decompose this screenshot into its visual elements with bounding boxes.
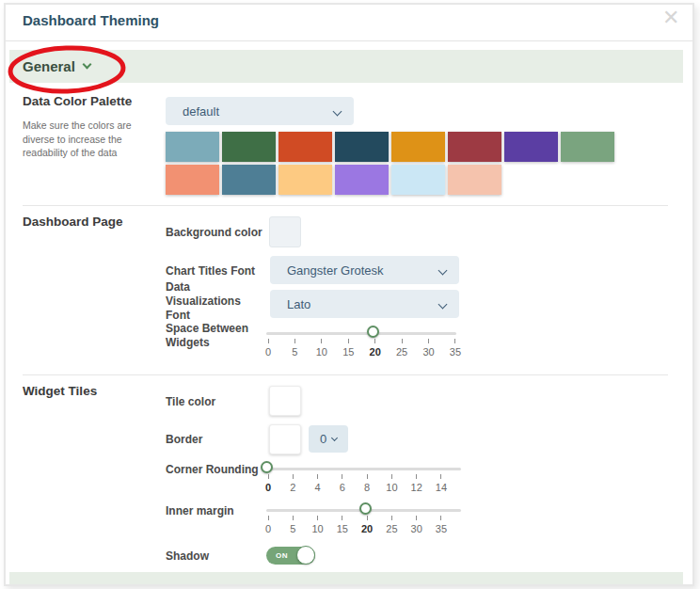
chart-titles-font-label: Chart Titles Font bbox=[166, 264, 265, 279]
inner-margin-label: Inner margin bbox=[166, 504, 265, 518]
data-viz-font-value: Lato bbox=[287, 297, 439, 311]
corner-rounding-label: Corner Rounding bbox=[166, 463, 265, 477]
palette-row-2 bbox=[166, 165, 501, 195]
palette-swatch[interactable] bbox=[391, 165, 445, 195]
toggle-knob-icon bbox=[296, 546, 315, 565]
slider-ticks: 05101520253035 bbox=[268, 339, 455, 358]
palette-description: Make sure the colors are diverse to incr… bbox=[23, 119, 152, 160]
palette-swatch[interactable] bbox=[448, 165, 501, 195]
palette-swatch[interactable] bbox=[278, 132, 332, 162]
corner-rounding-slider: 02468101214 bbox=[266, 462, 461, 494]
background-color-label: Background color bbox=[166, 226, 265, 240]
data-viz-font-dropdown[interactable]: Lato bbox=[270, 290, 459, 318]
header-divider bbox=[6, 40, 692, 41]
background-color-chip[interactable] bbox=[269, 216, 301, 247]
chevron-down-icon bbox=[333, 106, 342, 116]
close-icon[interactable]: ✕ bbox=[662, 8, 679, 28]
palette-swatch[interactable] bbox=[166, 165, 219, 195]
slider-track[interactable] bbox=[266, 468, 461, 470]
next-section-band[interactable] bbox=[9, 572, 683, 584]
shadow-toggle[interactable]: ON bbox=[266, 547, 315, 565]
tile-color-chip[interactable] bbox=[269, 386, 301, 416]
dashboard-theming-dialog: Dashboard Theming ✕ General Data Color P… bbox=[0, 0, 700, 589]
palette-swatch[interactable] bbox=[222, 132, 276, 162]
chevron-down-icon bbox=[331, 435, 338, 441]
palette-swatch[interactable] bbox=[504, 132, 558, 162]
slider-knob[interactable] bbox=[367, 326, 379, 338]
palette-swatch[interactable] bbox=[222, 165, 276, 195]
slider-ticks: 02468101214 bbox=[268, 474, 441, 493]
slider-knob[interactable] bbox=[261, 461, 273, 473]
slider-knob[interactable] bbox=[359, 502, 372, 515]
widget-tiles-section-label: Widget Tiles bbox=[23, 384, 97, 398]
border-width-value: 0 bbox=[320, 432, 326, 446]
divider bbox=[23, 374, 668, 375]
dialog-title: Dashboard Theming bbox=[23, 12, 159, 28]
palette-swatch[interactable] bbox=[561, 132, 614, 162]
chevron-down-icon bbox=[438, 299, 448, 309]
chevron-down-icon bbox=[82, 60, 91, 70]
inner-margin-slider: 05101520253035 bbox=[266, 503, 461, 535]
palette-swatch[interactable] bbox=[335, 165, 389, 195]
palette-swatch[interactable] bbox=[391, 132, 445, 162]
palette-swatch[interactable] bbox=[448, 132, 501, 162]
border-width-dropdown[interactable]: 0 bbox=[309, 425, 348, 453]
data-viz-font-label: Data Visualizations Font bbox=[166, 280, 265, 323]
slider-track[interactable] bbox=[266, 332, 456, 335]
section-general-label: General bbox=[23, 58, 75, 74]
dashboard-page-section-label: Dashboard Page bbox=[23, 215, 123, 229]
chart-titles-font-dropdown[interactable]: Gangster Grotesk bbox=[270, 256, 459, 284]
tile-color-label: Tile color bbox=[166, 395, 265, 409]
border-color-chip[interactable] bbox=[269, 424, 301, 454]
palette-swatch[interactable] bbox=[166, 132, 219, 162]
palette-dropdown-value: default bbox=[183, 104, 334, 119]
section-general-header[interactable]: General bbox=[9, 50, 683, 83]
palette-row-1 bbox=[166, 132, 614, 162]
palette-section-label: Data Color Palette bbox=[23, 94, 132, 108]
palette-dropdown[interactable]: default bbox=[166, 97, 354, 125]
palette-swatch[interactable] bbox=[335, 132, 389, 162]
divider bbox=[23, 205, 668, 206]
palette-swatch[interactable] bbox=[278, 165, 332, 195]
chevron-down-icon bbox=[438, 265, 448, 275]
toggle-on-label: ON bbox=[276, 551, 288, 560]
shadow-label: Shadow bbox=[166, 549, 265, 564]
space-between-widgets-slider: 05101520253035 bbox=[266, 326, 456, 358]
border-label: Border bbox=[166, 433, 265, 447]
chart-titles-font-value: Gangster Grotesk bbox=[287, 263, 439, 278]
space-between-widgets-label: Space Between Widgets bbox=[166, 322, 265, 350]
slider-ticks: 05101520253035 bbox=[268, 516, 441, 534]
